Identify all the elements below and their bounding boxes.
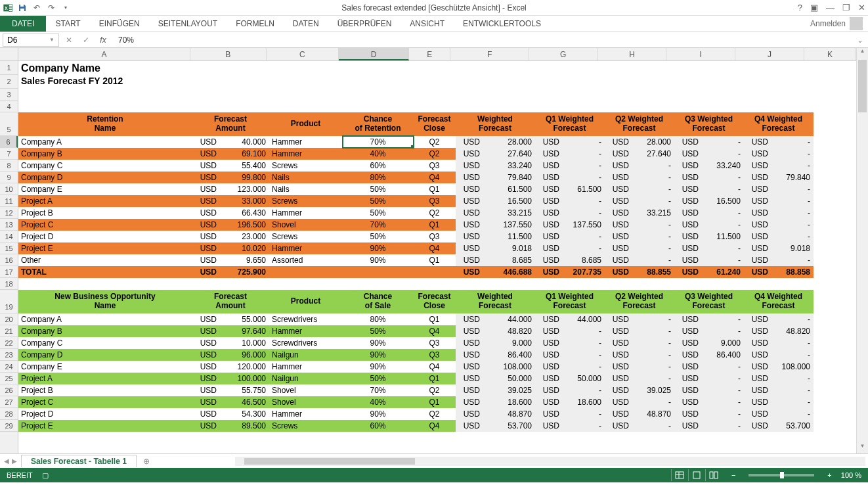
table-cell[interactable]: 9.000 — [702, 337, 744, 349]
table-cell[interactable]: 120.000 — [220, 361, 269, 373]
table-cell[interactable]: Hammer — [269, 136, 343, 148]
table-cell[interactable]: 90% — [343, 254, 414, 266]
table-cell[interactable]: 97.640 — [220, 325, 269, 337]
tab-file[interactable]: DATEI — [0, 16, 46, 32]
table-cell[interactable]: 18.600 — [483, 396, 535, 408]
zoom-in-icon[interactable]: + — [827, 471, 831, 479]
section1-header[interactable]: RetentionName — [18, 112, 192, 136]
table-cell[interactable]: 50% — [343, 183, 414, 195]
table-cell[interactable]: USD — [535, 254, 563, 266]
table-cell[interactable]: USD — [192, 313, 220, 325]
table-cell[interactable]: USD — [535, 231, 563, 242]
table-cell[interactable]: USD — [674, 396, 702, 408]
table-cell[interactable]: USD — [535, 396, 563, 408]
table-cell[interactable]: Project C — [18, 396, 192, 408]
row-header-12[interactable]: 12 — [0, 207, 18, 219]
table-cell[interactable]: USD — [744, 183, 771, 195]
table-cell[interactable]: USD — [192, 242, 220, 254]
table-cell[interactable]: Screwdrivers — [269, 337, 343, 349]
table-cell[interactable]: Q2 — [414, 384, 456, 396]
col-header-I[interactable]: I — [666, 48, 735, 60]
row-header-6[interactable]: 6 — [0, 136, 18, 148]
table-cell[interactable]: 90% — [343, 361, 414, 373]
avatar[interactable] — [850, 17, 863, 30]
cells-grid[interactable]: Company NameSales Forecast FY 2012Retent… — [18, 61, 856, 453]
row-header-9[interactable]: 9 — [0, 172, 18, 183]
table-cell[interactable]: Shovel — [269, 396, 343, 408]
table-cell[interactable]: USD — [192, 195, 220, 207]
table-cell[interactable]: Company B — [18, 148, 192, 160]
table-cell[interactable]: Project E — [18, 242, 192, 254]
table-cell[interactable]: USD — [456, 160, 483, 172]
table-cell[interactable]: USD — [744, 242, 771, 254]
formula-cancel-icon[interactable]: ✕ — [62, 35, 76, 45]
table-cell[interactable]: Screws — [269, 420, 343, 432]
subtitle[interactable]: Sales Forecast FY 2012 — [18, 75, 806, 89]
table-cell[interactable]: Q2 — [414, 148, 456, 160]
table-cell[interactable]: 50.000 — [563, 373, 605, 384]
table-cell[interactable]: - — [771, 148, 814, 160]
table-cell[interactable]: 100.000 — [220, 373, 269, 384]
table-cell[interactable]: - — [632, 231, 674, 242]
table-cell[interactable]: - — [771, 160, 814, 172]
sign-in-link[interactable]: Anmelden — [810, 19, 846, 28]
row-header-5[interactable]: 5 — [0, 112, 18, 136]
redo-icon[interactable]: ↷ — [46, 3, 56, 13]
table-cell[interactable]: - — [563, 160, 605, 172]
row-header-26[interactable]: 26 — [0, 384, 18, 396]
tab-überprüfen[interactable]: ÜBERPRÜFEN — [328, 16, 401, 32]
table-cell[interactable]: USD — [744, 266, 771, 278]
table-cell[interactable]: USD — [605, 148, 632, 160]
table-cell[interactable]: 50% — [343, 231, 414, 242]
section2-header[interactable]: New Business OpportunityName — [18, 290, 192, 313]
table-cell[interactable]: 123.000 — [220, 183, 269, 195]
chevron-down-icon[interactable]: ▼ — [49, 37, 54, 43]
table-cell[interactable]: USD — [674, 195, 702, 207]
table-cell[interactable]: Company A — [18, 313, 192, 325]
table-cell[interactable]: USD — [674, 384, 702, 396]
table-cell[interactable]: USD — [192, 384, 220, 396]
table-cell[interactable]: USD — [674, 136, 702, 148]
section2-header[interactable]: WeightedForecast — [456, 290, 535, 313]
table-cell[interactable]: 89.500 — [220, 420, 269, 432]
table-cell[interactable]: Hammer — [269, 325, 343, 337]
table-cell[interactable]: Company A — [18, 136, 192, 148]
section1-header[interactable]: Q4 WeightedForecast — [744, 112, 814, 136]
vertical-scrollbar[interactable]: ▲ ▼ — [856, 48, 868, 453]
col-header-J[interactable]: J — [735, 48, 804, 60]
table-cell[interactable]: Q2 — [414, 207, 456, 219]
add-sheet-icon[interactable]: ⊕ — [137, 457, 156, 466]
row-header-18[interactable]: 18 — [0, 278, 18, 290]
table-cell[interactable]: - — [632, 373, 674, 384]
table-cell[interactable]: 11.500 — [483, 231, 535, 242]
table-cell[interactable]: 16.500 — [702, 195, 744, 207]
table-cell[interactable]: USD — [744, 172, 771, 183]
table-cell[interactable]: - — [632, 183, 674, 195]
table-cell[interactable]: 10.000 — [220, 337, 269, 349]
table-cell[interactable]: USD — [535, 313, 563, 325]
table-cell[interactable]: USD — [535, 148, 563, 160]
table-cell[interactable]: USD — [674, 313, 702, 325]
table-cell[interactable]: 55.000 — [220, 313, 269, 325]
section2-header[interactable]: Chanceof Sale — [343, 290, 414, 313]
table-cell[interactable]: USD — [456, 325, 483, 337]
table-cell[interactable]: Hammer — [269, 207, 343, 219]
table-cell[interactable]: Shovel — [269, 219, 343, 231]
table-cell[interactable]: 27.640 — [632, 148, 674, 160]
table-cell[interactable]: - — [771, 349, 814, 361]
table-cell[interactable]: 9.018 — [771, 242, 814, 254]
table-cell[interactable]: - — [632, 396, 674, 408]
section1-header[interactable]: Q1 WeightedForecast — [535, 112, 605, 136]
view-page-break-icon[interactable] — [705, 469, 722, 481]
table-cell[interactable]: - — [771, 313, 814, 325]
col-header-K[interactable]: K — [804, 48, 856, 60]
table-cell[interactable]: 725.900 — [220, 266, 269, 278]
table-cell[interactable]: 55.400 — [220, 160, 269, 172]
table-cell[interactable]: - — [563, 420, 605, 432]
table-cell[interactable]: USD — [605, 420, 632, 432]
table-cell[interactable]: - — [702, 219, 744, 231]
table-cell[interactable]: USD — [535, 384, 563, 396]
table-cell[interactable]: Project E — [18, 420, 192, 432]
table-cell[interactable]: 9.650 — [220, 254, 269, 266]
table-cell[interactable]: Hammer — [269, 361, 343, 373]
